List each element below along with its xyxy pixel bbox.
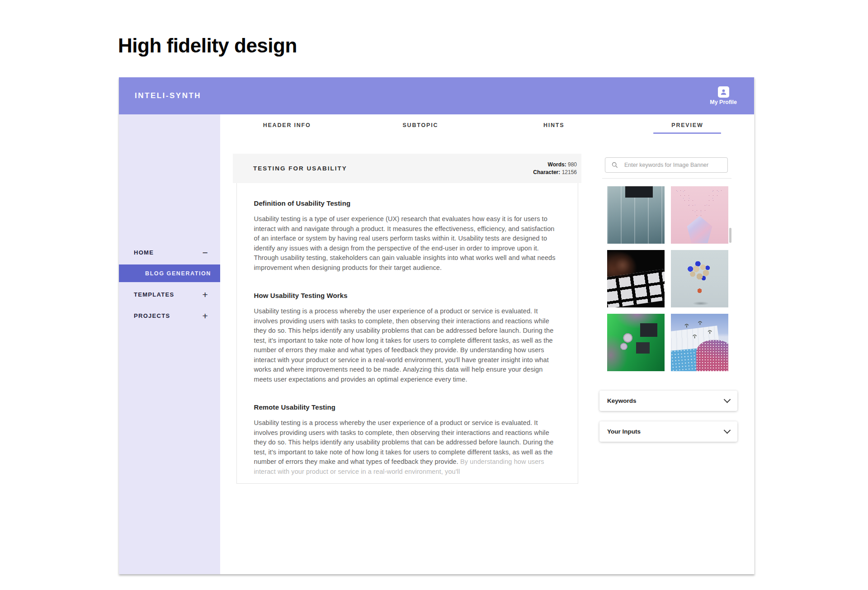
sidebar-item-label: HOME	[134, 249, 154, 256]
app-window: INTELI-SYNTH My Profile HOME − BLOG GENE…	[119, 77, 755, 574]
panel-divider	[602, 178, 731, 179]
brand-logo: INTELI-SYNTH	[119, 91, 201, 100]
section-heading: How Usability Testing Works	[254, 292, 560, 299]
thumbnail-green-circuit-macro[interactable]	[607, 314, 665, 371]
accordion-label: Your Inputs	[607, 428, 641, 435]
your-inputs-accordion[interactable]: Your Inputs	[599, 421, 737, 442]
collapse-minus-icon[interactable]: −	[202, 248, 208, 257]
sidebar-item-blog-generation[interactable]: BLOG GENERATION	[119, 264, 220, 282]
main-area: HEADER INFO SUBTOPIC HINTS PREVIEW TESTI…	[220, 114, 754, 574]
tab-label: SUBTOPIC	[402, 122, 438, 128]
sidebar-item-label: TEMPLATES	[134, 291, 174, 298]
section-paragraph: Usability testing is a type of user expe…	[254, 214, 560, 273]
tab-label: PREVIEW	[671, 122, 703, 128]
document-stats: Words: 980 Character: 12156	[533, 161, 577, 176]
section-paragraph: Usability testing is a process whereby t…	[254, 418, 560, 477]
word-count: Words: 980	[533, 161, 577, 169]
grid-scrollbar[interactable]	[729, 228, 731, 243]
sidebar-item-label: BLOG GENERATION	[145, 270, 211, 277]
expand-plus-icon[interactable]: +	[202, 290, 208, 299]
sidebar-item-templates[interactable]: TEMPLATES +	[119, 286, 220, 303]
search-icon	[611, 161, 618, 169]
active-tab-underline	[653, 132, 721, 134]
tab-bar: HEADER INFO SUBTOPIC HINTS PREVIEW	[220, 114, 754, 135]
expand-plus-icon[interactable]: +	[202, 311, 208, 321]
my-profile-button[interactable]: My Profile	[710, 86, 754, 105]
page: High fidelity design INTELI-SYNTH My Pro…	[0, 0, 868, 590]
pink-tiles-graphic	[696, 340, 728, 371]
thumbnail-pink-crystal-particles[interactable]	[671, 186, 728, 244]
thumbnail-hand-phone-keypad[interactable]	[607, 250, 665, 307]
document-preview: TESTING FOR USABILITY Words: 980 Charact…	[233, 154, 581, 484]
tab-preview[interactable]: PREVIEW	[621, 114, 754, 135]
document-body: Definition of Usability Testing Usabilit…	[236, 183, 578, 484]
thumbnail-tiled-building-facade[interactable]	[671, 314, 728, 371]
page-title: High fidelity design	[118, 34, 297, 57]
thumbnail-molecule-spheres[interactable]	[671, 250, 728, 307]
image-banner-grid	[607, 186, 728, 371]
document-header: TESTING FOR USABILITY Words: 980 Charact…	[233, 154, 581, 183]
keywords-accordion[interactable]: Keywords	[599, 391, 737, 411]
section-paragraph: Usability testing is a process whereby t…	[254, 307, 560, 384]
section-heading: Remote Usability Testing	[254, 403, 560, 411]
tab-hints[interactable]: HINTS	[487, 114, 621, 135]
tab-header-info[interactable]: HEADER INFO	[220, 114, 354, 135]
sidebar-item-label: PROJECTS	[134, 312, 170, 319]
section-heading: Definition of Usability Testing	[254, 199, 560, 207]
tab-label: HEADER INFO	[263, 122, 311, 128]
user-profile-icon	[718, 86, 729, 98]
image-banner-search[interactable]	[605, 157, 728, 173]
tab-subtopic[interactable]: SUBTOPIC	[354, 114, 487, 135]
document-title: TESTING FOR USABILITY	[253, 165, 347, 172]
sidebar: HOME − BLOG GENERATION TEMPLATES + PROJE…	[119, 114, 220, 574]
chevron-down-icon	[724, 427, 731, 434]
app-header: INTELI-SYNTH My Profile	[119, 77, 754, 114]
sidebar-item-projects[interactable]: PROJECTS +	[119, 307, 220, 324]
sidebar-item-home[interactable]: HOME −	[119, 244, 220, 261]
birds-graphic	[681, 320, 722, 343]
profile-label: My Profile	[710, 99, 737, 105]
search-input[interactable]	[623, 161, 723, 169]
bottom-fade	[237, 474, 578, 483]
tab-label: HINTS	[543, 122, 565, 128]
thumbnail-glass-circuit-teal[interactable]	[607, 186, 665, 244]
character-count: Character: 12156	[533, 169, 577, 176]
chevron-down-icon	[724, 396, 731, 403]
accordion-label: Keywords	[607, 397, 637, 404]
